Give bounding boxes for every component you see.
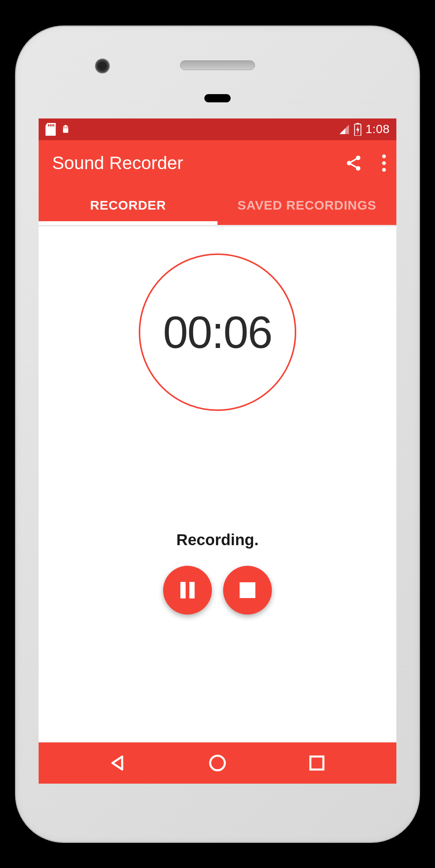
front-camera: [95, 58, 110, 73]
phone-body: 1:08 Sound Recorder: [15, 25, 420, 843]
battery-charging-icon: [354, 123, 362, 136]
tab-saved-recordings[interactable]: SAVED RECORDINGS: [218, 186, 396, 225]
back-triangle-icon: [108, 753, 128, 773]
svg-rect-7: [356, 123, 359, 124]
nav-recent-button[interactable]: [307, 753, 327, 773]
android-debug-icon: [60, 124, 71, 135]
app-bar: Sound Recorder: [39, 140, 396, 186]
recent-square-icon: [307, 753, 327, 773]
navigation-bar: [39, 742, 396, 784]
pause-button[interactable]: [163, 566, 212, 615]
sd-card-icon: [45, 123, 56, 136]
proximity-sensor: [204, 94, 231, 102]
svg-rect-2: [51, 124, 52, 126]
cell-signal-icon: [339, 124, 350, 135]
svg-point-10: [356, 166, 360, 171]
phone-mockup: 1:08 Sound Recorder: [0, 0, 435, 868]
screen: 1:08 Sound Recorder: [39, 118, 396, 784]
timer-circle: 00:06: [139, 253, 296, 411]
svg-point-4: [64, 126, 64, 126]
recording-status-label: Recording.: [176, 531, 258, 549]
status-bar: 1:08: [39, 118, 396, 140]
status-clock: 1:08: [366, 122, 390, 136]
nav-back-button[interactable]: [108, 753, 128, 773]
recorder-controls: [163, 566, 272, 615]
pause-icon: [180, 582, 195, 598]
svg-rect-12: [310, 756, 323, 769]
svg-point-5: [66, 126, 67, 126]
svg-rect-1: [50, 124, 51, 126]
overflow-menu-icon[interactable]: [379, 151, 385, 175]
tab-saved-label: SAVED RECORDINGS: [237, 198, 376, 213]
svg-point-8: [356, 156, 360, 160]
svg-rect-3: [53, 124, 54, 126]
share-icon[interactable]: [345, 154, 363, 172]
home-circle-icon: [208, 753, 227, 773]
recorder-content: 00:06 Recording.: [39, 227, 396, 742]
stop-button[interactable]: [223, 566, 272, 615]
earpiece-speaker: [180, 60, 255, 70]
timer-value: 00:06: [163, 306, 272, 358]
svg-point-9: [347, 161, 351, 165]
tab-bar: RECORDER SAVED RECORDINGS: [39, 186, 396, 225]
app-title: Sound Recorder: [52, 153, 183, 173]
svg-point-11: [210, 756, 225, 770]
tab-recorder-label: RECORDER: [90, 198, 166, 213]
stop-icon: [240, 582, 255, 598]
nav-home-button[interactable]: [208, 753, 227, 773]
svg-rect-0: [48, 124, 49, 126]
tab-recorder[interactable]: RECORDER: [39, 186, 218, 225]
